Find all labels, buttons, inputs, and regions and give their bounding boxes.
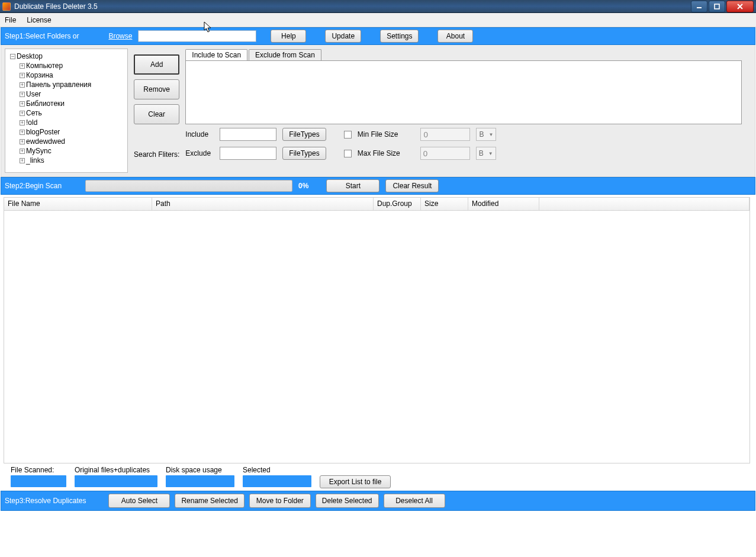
chevron-down-icon: ▼ — [488, 151, 493, 156]
menu-file[interactable]: File — [5, 16, 16, 24]
unit-value: B — [479, 130, 484, 139]
exclude-input[interactable] — [220, 147, 276, 160]
tabs-and-filters: Include to Scan Exclude from Scan Includ… — [185, 49, 751, 173]
tree-item[interactable]: +User — [7, 89, 126, 99]
expand-icon[interactable]: + — [20, 92, 25, 97]
step1-label: Step1:Select Folders or — [5, 32, 79, 40]
col-dup-group[interactable]: Dup.Group — [374, 198, 421, 210]
disk-space-label: Disk space usage — [166, 466, 234, 474]
tree-item-label: ewdewdwed — [26, 137, 65, 146]
menu-license[interactable]: License — [27, 16, 51, 24]
remove-button[interactable]: Remove — [134, 79, 179, 99]
expand-icon[interactable]: + — [20, 101, 25, 107]
tree-item[interactable]: +Корзина — [7, 70, 126, 80]
scan-percent: 0% — [298, 182, 308, 190]
delete-selected-button[interactable]: Delete Selected — [316, 494, 379, 508]
tree-item[interactable]: +Сеть — [7, 108, 126, 118]
svg-rect-1 — [715, 4, 719, 9]
tree-item[interactable]: +_links — [7, 156, 126, 165]
export-list-button[interactable]: Export List to file — [320, 475, 391, 488]
expand-icon[interactable]: + — [20, 111, 25, 116]
help-button[interactable]: Help — [271, 30, 306, 43]
about-button[interactable]: About — [437, 30, 473, 43]
add-button[interactable]: Add — [134, 54, 179, 75]
search-filters-label: Search Fliters: — [134, 150, 179, 159]
max-filesize-input[interactable] — [420, 147, 470, 160]
min-filesize-unit-select[interactable]: B▼ — [476, 128, 496, 141]
tree-item[interactable]: +MySync — [7, 146, 126, 156]
expand-icon[interactable]: + — [20, 149, 25, 154]
tree-item[interactable]: +ewdewdwed — [7, 137, 126, 146]
start-button[interactable]: Start — [326, 179, 379, 192]
tree-item-label: MySync — [26, 146, 52, 156]
tree-item-label: Панель управления — [26, 80, 91, 89]
tree-item-label: _links — [26, 156, 44, 165]
tree-item[interactable]: +Библиотеки — [7, 99, 126, 108]
window-minimize-button[interactable] — [691, 1, 707, 12]
chevron-down-icon: ▼ — [488, 132, 493, 137]
settings-button[interactable]: Settings — [380, 30, 419, 43]
col-size[interactable]: Size — [421, 198, 468, 210]
col-modified[interactable]: Modified — [468, 198, 539, 210]
file-scanned-value — [11, 475, 66, 487]
include-filetypes-button[interactable]: FileTypes — [282, 128, 326, 141]
max-filesize-unit-select[interactable]: B▼ — [476, 147, 496, 160]
step3-bar: Step3:Resolve Duplicates Auto Select Ren… — [1, 491, 755, 511]
exclude-label: Exclude — [185, 149, 214, 157]
selected-label: Selected — [243, 466, 311, 474]
menubar: File License — [0, 13, 756, 27]
results-table[interactable]: File Name Path Dup.Group Size Modified — [4, 197, 750, 463]
tree-item-label: Компьютер — [26, 61, 63, 70]
original-files-label: Original files+duplicates — [75, 466, 157, 474]
titlebar: Dublicate Files Deleter 3.5 — [0, 0, 756, 13]
expand-icon[interactable]: + — [20, 82, 25, 88]
expand-icon[interactable]: + — [20, 120, 25, 125]
tab-include-to-scan[interactable]: Include to Scan — [185, 49, 247, 60]
tree-item-label: blogPoster — [26, 127, 60, 137]
unit-value: B — [479, 149, 484, 157]
tree-root[interactable]: – Desktop — [7, 51, 126, 61]
tree-item-label: Библиотеки — [26, 99, 65, 108]
path-input[interactable] — [138, 30, 256, 42]
tab-exclude-from-scan[interactable]: Exclude from Scan — [249, 49, 321, 60]
clear-button[interactable]: Clear — [134, 104, 179, 124]
tree-item[interactable]: +Компьютер — [7, 61, 126, 70]
max-filesize-label: Max File Size — [358, 149, 400, 157]
disk-space-value — [166, 475, 234, 487]
rename-selected-button[interactable]: Rename Selected — [175, 494, 244, 508]
tree-item[interactable]: +Панель управления — [7, 80, 126, 89]
min-filesize-checkbox[interactable] — [344, 131, 352, 139]
tree-item[interactable]: +!old — [7, 118, 126, 127]
expand-icon[interactable]: + — [20, 63, 25, 69]
clear-result-button[interactable]: Clear Result — [385, 179, 439, 192]
include-input[interactable] — [220, 128, 276, 141]
window-maximize-button[interactable] — [709, 1, 725, 12]
expand-icon[interactable]: + — [20, 73, 25, 78]
expand-icon[interactable]: + — [20, 139, 25, 144]
work-area: – Desktop +Компьютер +Корзина +Панель уп… — [1, 45, 755, 177]
filters-area: Include FileTypes Min File Size B▼ Exclu… — [185, 128, 751, 160]
collapse-icon[interactable]: – — [10, 54, 15, 59]
results-header: File Name Path Dup.Group Size Modified — [4, 198, 749, 211]
col-file-name[interactable]: File Name — [4, 198, 152, 210]
max-filesize-checkbox[interactable] — [344, 150, 352, 157]
min-filesize-input[interactable] — [420, 128, 470, 141]
col-spacer — [539, 198, 749, 210]
tree-root-label: Desktop — [17, 51, 43, 61]
browse-link[interactable]: Browse — [108, 32, 132, 40]
step1-bar: Step1:Select Folders or Browse Help Upda… — [1, 27, 755, 45]
update-button[interactable]: Update — [325, 30, 361, 43]
file-scanned-label: File Scanned: — [11, 466, 66, 474]
col-path[interactable]: Path — [152, 198, 374, 210]
auto-select-button[interactable]: Auto Select — [108, 494, 170, 508]
deselect-all-button[interactable]: Deselect All — [384, 494, 445, 508]
tree-item[interactable]: +blogPoster — [7, 127, 126, 137]
move-to-folder-button[interactable]: Move to Folder — [249, 494, 311, 508]
exclude-filetypes-button[interactable]: FileTypes — [282, 147, 326, 160]
window-close-button[interactable] — [726, 1, 754, 12]
include-label: Include — [185, 130, 214, 139]
expand-icon[interactable]: + — [20, 130, 25, 135]
folder-tree[interactable]: – Desktop +Компьютер +Корзина +Панель уп… — [5, 49, 128, 173]
folder-action-column: Add Remove Clear Search Fliters: — [134, 49, 179, 173]
expand-icon[interactable]: + — [20, 158, 25, 163]
